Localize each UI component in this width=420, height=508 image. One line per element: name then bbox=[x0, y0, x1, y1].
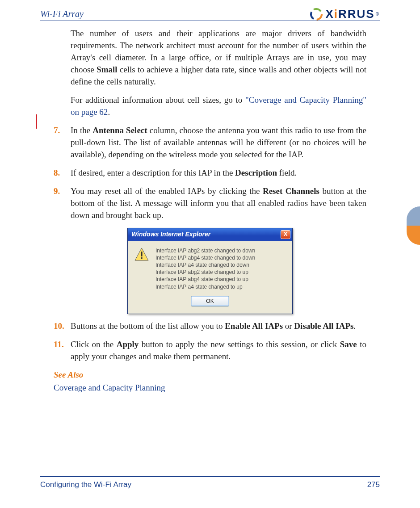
registered-icon: ® bbox=[376, 12, 380, 17]
page-number: 275 bbox=[367, 480, 380, 489]
step-9: 9. You may reset all of the enabled IAPs… bbox=[54, 185, 366, 222]
dialog-message: Interface IAP abg2 state changed to down… bbox=[155, 247, 255, 290]
bold-antenna-select: Antenna Select bbox=[92, 126, 147, 135]
logo-swirl-icon bbox=[310, 8, 323, 21]
dialog-line: Interface IAP abg2 state changed to down bbox=[155, 247, 255, 254]
text: For additional information about cell si… bbox=[71, 95, 245, 105]
step-7: 7. In the Antenna Select column, choose … bbox=[54, 125, 366, 161]
logo-text-post: RRUS bbox=[338, 7, 375, 21]
step-number: 8. bbox=[54, 167, 71, 179]
dialog-button-row: OK bbox=[128, 293, 292, 314]
intro-para-1: The number of users and their applicatio… bbox=[71, 28, 366, 88]
see-also-heading: See Also bbox=[54, 369, 366, 381]
step-number: 10. bbox=[54, 320, 71, 332]
dialog-title: Windows Internet Explorer bbox=[131, 230, 210, 239]
text: Click on the bbox=[71, 340, 117, 349]
step-10: 10. Buttons at the bottom of the list al… bbox=[54, 320, 366, 332]
close-icon[interactable]: X bbox=[281, 230, 290, 239]
brand-logo: XiRRUS ® bbox=[310, 7, 380, 21]
step-8: 8. If desired, enter a description for t… bbox=[54, 167, 366, 179]
ok-button[interactable]: OK bbox=[191, 296, 229, 306]
step-body: You may reset all of the enabled IAPs by… bbox=[71, 185, 366, 222]
step-number: 9. bbox=[54, 185, 71, 222]
step-body: In the Antenna Select column, choose the… bbox=[71, 125, 366, 161]
text: field. bbox=[277, 168, 297, 177]
footer-section: Configuring the Wi-Fi Array bbox=[40, 480, 131, 489]
bold-reset-channels: Reset Channels bbox=[263, 186, 319, 196]
header-rule bbox=[40, 21, 380, 21]
svg-rect-5 bbox=[141, 257, 142, 259]
intro-para-2: For additional information about cell si… bbox=[71, 94, 366, 118]
text: or bbox=[283, 321, 294, 331]
intro-block: The number of users and their applicatio… bbox=[71, 28, 366, 118]
bold-small: Small bbox=[97, 65, 117, 74]
text: . bbox=[353, 321, 356, 331]
ie-dialog: Windows Internet Explorer X Interface IA… bbox=[127, 228, 293, 314]
dialog-line: Interface IAP abg2 state changed to up bbox=[155, 269, 255, 276]
step-number: 7. bbox=[54, 125, 71, 161]
bold-save: Save bbox=[340, 340, 357, 349]
step-number: 11. bbox=[54, 339, 71, 363]
logo-text: XiRRUS ® bbox=[325, 7, 380, 21]
page-header: Wi-Fi Array XiRRUS ® bbox=[40, 4, 380, 21]
logo-text-i: i bbox=[334, 7, 338, 21]
dialog-titlebar: Windows Internet Explorer X bbox=[128, 228, 292, 241]
step-list: 7. In the Antenna Select column, choose … bbox=[54, 125, 366, 222]
text: In the bbox=[71, 126, 92, 135]
text: Buttons at the bottom of the list allow … bbox=[71, 321, 225, 331]
footer-rule bbox=[40, 476, 380, 477]
step-body: Buttons at the bottom of the list allow … bbox=[71, 320, 366, 332]
step-body: If desired, enter a description for this… bbox=[71, 167, 366, 179]
text: You may reset all of the enabled IAPs by… bbox=[71, 186, 263, 196]
logo-text-pre: X bbox=[325, 7, 334, 21]
step-list-continued: 10. Buttons at the bottom of the list al… bbox=[54, 320, 366, 363]
step-body: Click on the Apply button to apply the n… bbox=[71, 339, 366, 363]
text: If desired, enter a description for this… bbox=[71, 168, 235, 177]
dialog-line: Interface IAP a4 state changed to up bbox=[155, 283, 255, 290]
bold-description: Description bbox=[235, 168, 277, 177]
bold-apply: Apply bbox=[117, 340, 139, 349]
warning-icon bbox=[134, 247, 149, 262]
content: The number of users and their applicatio… bbox=[54, 28, 366, 463]
page: Wi-Fi Array XiRRUS ® The number of users… bbox=[0, 0, 420, 508]
text: . bbox=[108, 107, 110, 117]
step-11: 11. Click on the Apply button to apply t… bbox=[54, 339, 366, 363]
header-title: Wi-Fi Array bbox=[40, 9, 84, 19]
text: button to apply the new settings to this… bbox=[139, 340, 340, 349]
dialog-line: Interface IAP abg4 state changed to up bbox=[155, 276, 255, 283]
dialog-line: Interface IAP a4 state changed to down bbox=[155, 261, 255, 269]
side-tab-icon bbox=[407, 206, 420, 245]
page-footer: Configuring the Wi-Fi Array 275 bbox=[40, 480, 380, 489]
bold-disable-all: Disable All IAPs bbox=[294, 321, 353, 331]
see-also-link[interactable]: Coverage and Capacity Planning bbox=[54, 382, 366, 394]
change-bar bbox=[36, 114, 37, 129]
bold-enable-all: Enable All IAPs bbox=[225, 321, 283, 331]
svg-rect-4 bbox=[141, 252, 142, 256]
dialog-line: Interface IAP abg4 state changed to down bbox=[155, 254, 255, 261]
dialog-figure: Windows Internet Explorer X Interface IA… bbox=[54, 228, 366, 314]
dialog-body: Interface IAP abg2 state changed to down… bbox=[128, 241, 292, 293]
